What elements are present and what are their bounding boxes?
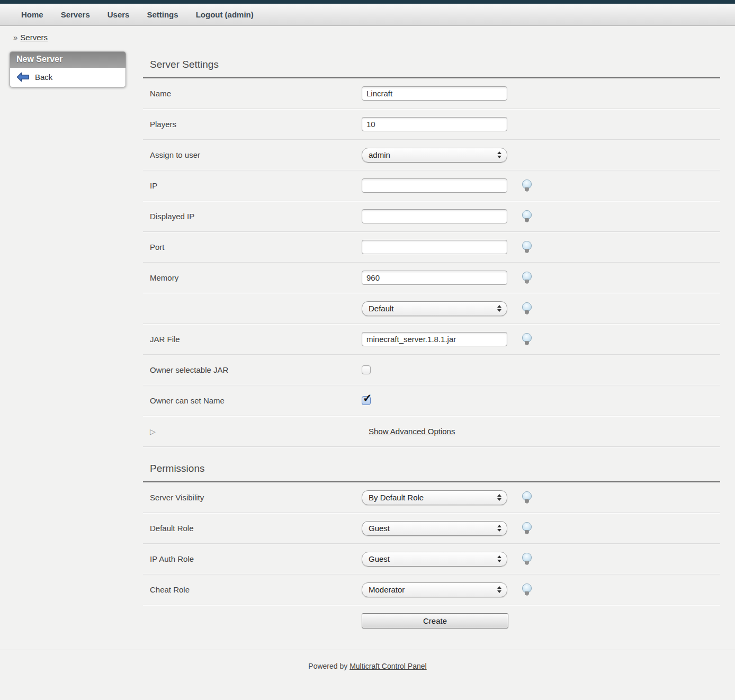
form-row-memory: Memory <box>143 263 720 293</box>
section-title-server-settings: Server Settings <box>150 59 720 70</box>
cheat-role-help-bulb-icon[interactable] <box>521 583 533 596</box>
server-settings-form: Name Players Assign to user admin IP <box>143 78 720 447</box>
default-role-label: Default Role <box>143 524 362 533</box>
form-row-owner-can-set-name: Owner can set Name <box>143 385 720 416</box>
create-button[interactable]: Create <box>362 613 508 629</box>
main-nav: Home Servers Users Settings Logout (admi… <box>0 4 735 26</box>
nav-item-users[interactable]: Users <box>107 10 130 19</box>
memory-help-bulb-icon[interactable] <box>521 271 533 284</box>
permissions-form: Server Visibility By Default Role Defaul… <box>143 482 720 636</box>
ip-auth-role-select[interactable]: Guest <box>362 552 507 567</box>
nav-item-servers[interactable]: Servers <box>61 10 90 19</box>
form-row-owner-selectable-jar: Owner selectable JAR <box>143 355 720 385</box>
page-footer: Powered by Multicraft Control Panel <box>0 650 735 692</box>
owner-can-set-name-label: Owner can set Name <box>143 396 362 405</box>
form-row-cheat-role: Cheat Role Moderator <box>143 575 720 605</box>
form-row-jar-file: JAR File <box>143 324 720 355</box>
displayed-ip-help-bulb-icon[interactable] <box>521 210 533 223</box>
sidebar-panel: New Server Back <box>10 51 126 87</box>
players-label: Players <box>143 120 362 129</box>
disclosure-triangle-icon[interactable]: ▷ <box>150 427 369 436</box>
ip-auth-role-help-bulb-icon[interactable] <box>521 552 533 566</box>
ip-auth-role-label: IP Auth Role <box>143 554 362 563</box>
footer-text: Powered by <box>308 662 347 670</box>
cheat-role-label: Cheat Role <box>143 585 362 594</box>
default-role-select[interactable]: Guest <box>362 521 507 536</box>
memory-input[interactable] <box>362 271 507 285</box>
show-advanced-options-link[interactable]: Show Advanced Options <box>369 427 455 436</box>
jar-file-label: JAR File <box>143 335 362 344</box>
cheat-role-value: Moderator <box>369 585 497 594</box>
nav-item-settings[interactable]: Settings <box>147 10 178 19</box>
select-stepper-icon <box>497 525 501 532</box>
jar-type-value: Default <box>369 304 497 313</box>
ip-auth-role-value: Guest <box>369 554 497 563</box>
form-row-advanced-options: ▷ Show Advanced Options <box>143 416 720 447</box>
jar-type-help-bulb-icon[interactable] <box>521 302 533 315</box>
form-row-displayed-ip: Displayed IP <box>143 201 720 232</box>
server-visibility-label: Server Visibility <box>143 493 362 502</box>
form-row-players: Players <box>143 109 720 140</box>
port-input[interactable] <box>362 240 507 254</box>
select-stepper-icon <box>497 586 501 593</box>
form-row-create: Create <box>143 605 720 636</box>
ip-input[interactable] <box>362 178 507 193</box>
ip-label: IP <box>143 181 362 190</box>
jar-file-help-bulb-icon[interactable] <box>521 333 533 346</box>
main-content: Server Settings Name Players Assign to u… <box>143 42 720 636</box>
ip-help-bulb-icon[interactable] <box>521 179 533 192</box>
name-input[interactable] <box>362 86 507 101</box>
owner-selectable-jar-label: Owner selectable JAR <box>143 365 362 374</box>
select-stepper-icon <box>497 555 501 562</box>
jar-type-select[interactable]: Default <box>362 301 507 316</box>
form-row-ip: IP <box>143 170 720 201</box>
port-label: Port <box>143 243 362 252</box>
nav-item-logout[interactable]: Logout (admin) <box>196 10 254 19</box>
form-row-port: Port <box>143 232 720 263</box>
select-stepper-icon <box>497 305 501 312</box>
assign-to-user-value: admin <box>369 150 497 159</box>
section-title-permissions: Permissions <box>150 463 720 474</box>
jar-file-input[interactable] <box>362 332 507 346</box>
port-help-bulb-icon[interactable] <box>521 240 533 254</box>
owner-can-set-name-checkbox[interactable] <box>362 396 371 405</box>
form-row-assign-to-user: Assign to user admin <box>143 140 720 170</box>
memory-label: Memory <box>143 273 362 282</box>
back-button-label: Back <box>35 73 52 82</box>
top-accent-strip <box>0 0 735 4</box>
default-role-help-bulb-icon[interactable] <box>521 522 533 535</box>
select-stepper-icon <box>497 151 501 158</box>
breadcrumb-link-servers[interactable]: Servers <box>20 33 48 42</box>
server-visibility-help-bulb-icon[interactable] <box>521 491 533 504</box>
assign-to-user-select[interactable]: admin <box>362 148 507 163</box>
breadcrumb: »Servers <box>0 26 735 42</box>
default-role-value: Guest <box>369 524 497 533</box>
nav-item-home[interactable]: Home <box>21 10 43 19</box>
cheat-role-select[interactable]: Moderator <box>362 582 507 597</box>
form-row-jar-type: Default <box>143 293 720 324</box>
name-label: Name <box>143 89 362 98</box>
sidebar-title: New Server <box>10 52 126 68</box>
back-button[interactable]: Back <box>10 68 126 87</box>
form-row-default-role: Default Role Guest <box>143 513 720 544</box>
players-input[interactable] <box>362 117 507 131</box>
owner-selectable-jar-checkbox[interactable] <box>362 365 371 374</box>
select-stepper-icon <box>497 494 501 501</box>
assign-to-user-label: Assign to user <box>143 150 362 159</box>
form-row-name: Name <box>143 78 720 109</box>
back-arrow-icon <box>16 72 30 82</box>
server-visibility-value: By Default Role <box>369 493 497 502</box>
displayed-ip-input[interactable] <box>362 209 507 223</box>
footer-multicraft-link[interactable]: Multicraft Control Panel <box>349 662 427 670</box>
form-row-ip-auth-role: IP Auth Role Guest <box>143 544 720 575</box>
breadcrumb-separator: » <box>13 33 17 42</box>
displayed-ip-label: Displayed IP <box>143 212 362 221</box>
form-row-server-visibility: Server Visibility By Default Role <box>143 482 720 513</box>
server-visibility-select[interactable]: By Default Role <box>362 490 507 505</box>
